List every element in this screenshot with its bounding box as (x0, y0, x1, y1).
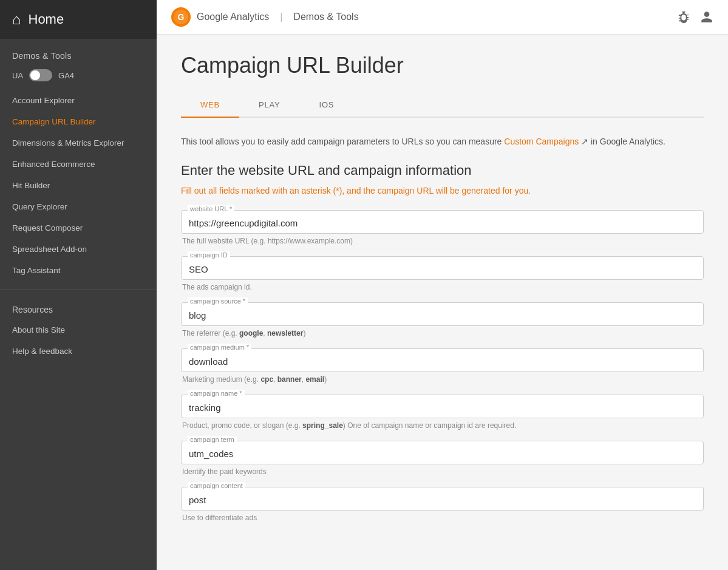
sidebar-item-enhanced-ecommerce[interactable]: Enhanced Ecommerce (0, 154, 157, 175)
field-group-campaign-source: campaign source * The referrer (e.g. goo… (181, 302, 704, 338)
field-hint-campaign-name: Product, promo code, or slogan (e.g. spr… (181, 421, 704, 430)
desc-before: This tool allows you to easily add campa… (181, 137, 504, 146)
page-title: Campaign URL Builder (181, 53, 704, 78)
top-bar-ga-text: Google Analytics (197, 12, 269, 22)
top-bar-icons (677, 10, 713, 24)
home-icon: ⌂ (12, 11, 21, 28)
sidebar-item-spreadsheet-addon[interactable]: Spreadsheet Add-on (0, 239, 157, 260)
field-group-campaign-id: campaign ID The ads campaign id. (181, 256, 704, 291)
field-hint-campaign-content: Use to differentiate ads (181, 514, 704, 522)
ua-label: UA (12, 71, 23, 80)
hint-rest: out all fields marked with an asterisk (… (192, 186, 531, 195)
campaign-term-input[interactable] (189, 446, 696, 460)
field-label-campaign-medium: campaign medium * (188, 344, 251, 351)
field-hint-campaign-medium: Marketing medium (e.g. cpc, banner, emai… (181, 375, 704, 384)
sidebar-item-query-explorer[interactable]: Query Explorer (0, 196, 157, 217)
sidebar-item-help-feedback[interactable]: Help & feedback (0, 341, 157, 362)
field-wrapper-campaign-term: campaign term (181, 441, 704, 464)
field-wrapper-campaign-content: campaign content (181, 487, 704, 511)
field-hint-campaign-id: The ads campaign id. (181, 283, 704, 291)
field-group-campaign-medium: campaign medium * Marketing medium (e.g.… (181, 348, 704, 384)
ga4-label: GA4 (58, 71, 74, 80)
campaign-source-input[interactable] (189, 308, 696, 322)
website-url-input[interactable] (189, 215, 696, 229)
sidebar-item-tag-assistant[interactable]: Tag Assistant (0, 260, 157, 281)
field-wrapper-campaign-medium: campaign medium * (181, 348, 704, 372)
main-content: G Google Analytics | Demos & Tools Campa… (157, 0, 728, 570)
ga-logo-icon: G (171, 7, 191, 27)
field-hint-campaign-term: Identify the paid keywords (181, 467, 704, 476)
page-area: Campaign URL Builder WEB PLAY IOS This t… (157, 35, 728, 551)
field-label-campaign-name: campaign name * (188, 390, 245, 397)
sidebar-item-campaign-url-builder[interactable]: Campaign URL Builder (0, 111, 157, 132)
sidebar-item-dimensions-metrics[interactable]: Dimensions & Metrics Explorer (0, 132, 157, 154)
description-text: This tool allows you to easily add campa… (181, 135, 704, 148)
desc-link-icon: ↗ (579, 137, 588, 146)
field-group-campaign-name: campaign name * Product, promo code, or … (181, 395, 704, 430)
top-bar-subtitle: Demos & Tools (293, 12, 358, 22)
top-bar-divider: | (280, 12, 282, 22)
top-bar: G Google Analytics | Demos & Tools (157, 0, 728, 35)
top-bar-logo: G Google Analytics | Demos & Tools (171, 7, 359, 27)
demos-tools-title: Demos & Tools (0, 39, 157, 66)
field-label-campaign-term: campaign term (188, 436, 237, 443)
field-label-website-url: website URL * (188, 205, 234, 212)
resources-title: Resources (0, 299, 157, 319)
tab-ios[interactable]: IOS (300, 93, 354, 118)
campaign-id-input[interactable] (189, 262, 696, 276)
hint-text: Fill out all fields marked with an aster… (181, 186, 704, 195)
field-wrapper-campaign-id: campaign ID (181, 256, 704, 280)
sidebar-item-account-explorer[interactable]: Account Explorer (0, 90, 157, 111)
account-icon (700, 10, 713, 24)
desc-after: in Google Analytics. (588, 137, 665, 146)
section-heading: Enter the website URL and campaign infor… (181, 163, 704, 178)
field-label-campaign-source: campaign source * (188, 297, 248, 305)
ua-ga4-toggle-row: UA GA4 (0, 66, 157, 90)
bug-icon (677, 10, 690, 24)
sidebar-divider (0, 290, 157, 290)
field-group-website-url: website URL * The full website URL (e.g.… (181, 210, 704, 245)
sidebar-item-about-this-site[interactable]: About this Site (0, 319, 157, 341)
bug-report-button[interactable] (677, 10, 690, 24)
sidebar: ⌂ Home Demos & Tools UA GA4 Account Expl… (0, 0, 157, 570)
field-label-campaign-id: campaign ID (188, 251, 230, 259)
field-wrapper-campaign-name: campaign name * (181, 395, 704, 418)
tab-web[interactable]: WEB (181, 93, 239, 118)
field-wrapper-website-url: website URL * (181, 210, 704, 234)
field-label-campaign-content: campaign content (188, 482, 245, 489)
custom-campaigns-link[interactable]: Custom Campaigns (504, 137, 579, 146)
field-group-campaign-content: campaign content Use to differentiate ad… (181, 487, 704, 522)
ua-ga4-toggle[interactable] (29, 69, 52, 81)
field-wrapper-campaign-source: campaign source * (181, 302, 704, 326)
svg-text:G: G (178, 12, 185, 22)
campaign-medium-input[interactable] (189, 354, 696, 368)
campaign-name-input[interactable] (189, 400, 696, 414)
home-label: Home (29, 12, 64, 27)
tabs-container: WEB PLAY IOS (181, 93, 704, 118)
account-button[interactable] (700, 10, 713, 24)
field-group-campaign-term: campaign term Identify the paid keywords (181, 441, 704, 476)
hint-fill: Fill (181, 186, 192, 195)
field-hint-website-url: The full website URL (e.g. https://www.e… (181, 237, 704, 245)
campaign-content-input[interactable] (189, 492, 696, 506)
field-hint-campaign-source: The referrer (e.g. google, newsletter) (181, 329, 704, 338)
tab-play[interactable]: PLAY (239, 93, 299, 118)
sidebar-item-hit-builder[interactable]: Hit Builder (0, 175, 157, 196)
home-link[interactable]: ⌂ Home (0, 0, 157, 39)
sidebar-item-request-composer[interactable]: Request Composer (0, 217, 157, 239)
